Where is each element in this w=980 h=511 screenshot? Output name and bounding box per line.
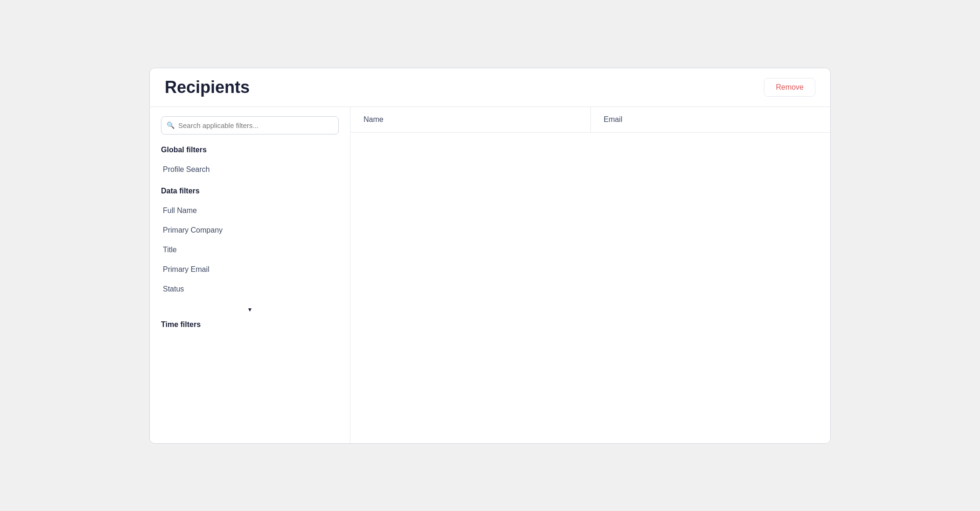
filter-item-profile-search[interactable]: Profile Search [161, 160, 339, 179]
table-body [350, 133, 830, 443]
right-panel: Name Email [350, 107, 830, 443]
filter-item-full-name[interactable]: Full Name [161, 201, 339, 220]
data-filters-heading: Data filters [161, 187, 339, 195]
time-filters-section: Time filters [161, 320, 339, 329]
page-title: Recipients [165, 78, 250, 97]
filter-item-primary-company[interactable]: Primary Company [161, 220, 339, 240]
filter-item-title[interactable]: Title [161, 240, 339, 260]
filter-item-primary-email[interactable]: Primary Email [161, 260, 339, 279]
filter-item-status[interactable]: Status [161, 279, 339, 299]
time-filters-heading: Time filters [161, 320, 339, 329]
column-header-name: Name [350, 107, 591, 132]
search-wrapper: 🔍 [161, 116, 339, 135]
main-card: Recipients Remove 🔍 Global filters Profi… [149, 68, 831, 444]
search-input[interactable] [161, 116, 339, 135]
card-body: 🔍 Global filters Profile Search Data fil… [150, 107, 830, 443]
card-header: Recipients Remove [150, 68, 830, 107]
global-filters-heading: Global filters [161, 146, 339, 154]
left-panel: 🔍 Global filters Profile Search Data fil… [150, 107, 350, 443]
data-filters-section: Data filters Full Name Primary Company T… [161, 187, 339, 299]
column-header-email: Email [591, 107, 831, 132]
table-header: Name Email [350, 107, 830, 133]
search-icon: 🔍 [167, 121, 175, 129]
remove-button[interactable]: Remove [764, 78, 815, 97]
global-filters-section: Global filters Profile Search [161, 146, 339, 179]
expand-data-filters-icon[interactable]: ▼ [161, 301, 339, 319]
